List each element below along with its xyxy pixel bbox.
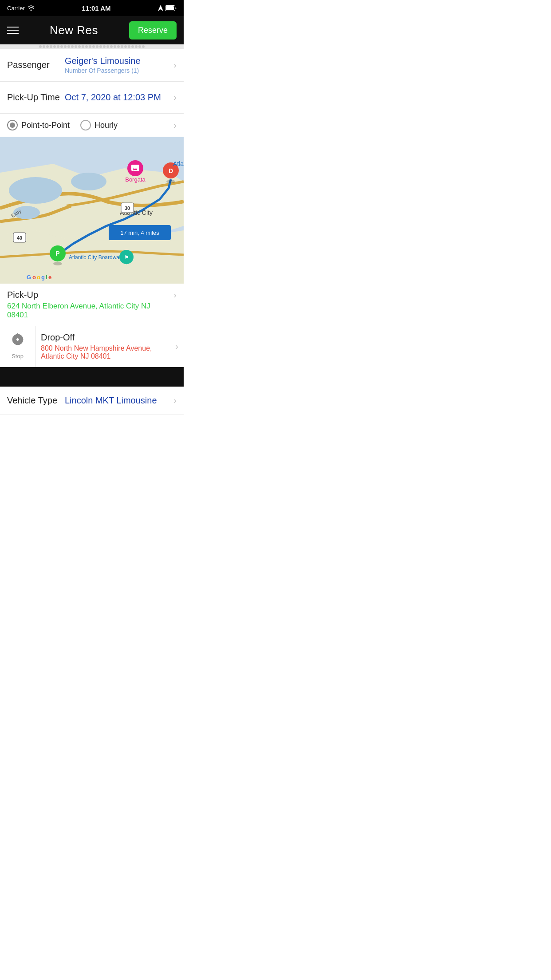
vehicle-type-chevron: › [173,395,177,406]
hourly-option[interactable]: Hourly [80,120,118,130]
dropoff-chevron: › [175,341,178,352]
status-bar-right [158,5,177,11]
passenger-content: Geiger's Limousine Number Of Passengers … [65,56,170,74]
trip-type-chevron: › [173,120,177,130]
reserve-button[interactable]: Reserve [129,21,177,40]
battery-icon [165,5,177,11]
passenger-name: Geiger's Limousine [65,56,170,66]
trip-type-row: Point-to-Point Hourly › [0,114,184,137]
pickup-section-label: Pick-Up [7,290,170,300]
svg-point-20 [166,180,175,183]
point-to-point-label: Point-to-Point [21,121,70,130]
page-title: New Res [50,24,98,37]
svg-text:17 min, 4 miles: 17 min, 4 miles [120,229,159,236]
pickup-time-value: Oct 7, 2020 at 12:03 PM [65,92,170,103]
svg-text:Atlar: Atlar [173,160,184,167]
dropoff-section: Stop Drop-Off 800 North New Hampshire Av… [0,326,184,367]
status-bar: Carrier 11:01 AM [0,0,184,16]
svg-text:G: G [27,274,31,281]
svg-rect-1 [166,6,174,10]
pickup-address-chevron: › [173,290,177,300]
svg-text:🛏: 🛏 [133,166,138,171]
svg-point-24 [53,262,62,265]
svg-point-5 [9,177,62,204]
passenger-count: Number Of Passengers (1) [65,67,170,74]
svg-text:o: o [32,274,36,281]
vehicle-type-row[interactable]: Vehicle Type Lincoln MKT Limousine › [0,387,184,415]
map-container[interactable]: 17 min, 4 miles Atlantic City Expy 40 30… [0,137,184,284]
hourly-label: Hourly [94,121,118,130]
vehicle-type-label: Vehicle Type [7,395,65,406]
dropoff-content[interactable]: Drop-Off 800 North New Hampshire Avenue,… [35,326,184,367]
nav-header: New Res Reserve [0,16,184,44]
stop-label-text: Stop [12,353,24,360]
hamburger-menu-button[interactable] [7,27,19,34]
dropoff-address-value: 800 North New Hampshire Avenue, Atlantic… [41,344,172,360]
svg-text:30: 30 [125,205,130,211]
pickup-address-row[interactable]: Pick-Up 624 North Elberon Avenue, Atlant… [0,284,184,326]
pickup-time-label: Pick-Up Time [7,92,65,103]
main-content: Passenger Geiger's Limousine Number Of P… [0,49,184,415]
location-icon [158,5,163,11]
pickup-address-content: Pick-Up 624 North Elberon Avenue, Atlant… [7,290,170,320]
svg-text:Atlantic City Boardwalk: Atlantic City Boardwalk [69,254,124,261]
point-to-point-radio[interactable] [7,120,18,130]
svg-text:o: o [37,274,40,281]
wifi-icon [28,5,35,11]
vehicle-type-content: Lincoln MKT Limousine [65,395,170,406]
passenger-row[interactable]: Passenger Geiger's Limousine Number Of P… [0,49,184,82]
bottom-bar [0,367,184,387]
map-svg: 17 min, 4 miles Atlantic City Expy 40 30… [0,137,184,284]
page-wrapper: Carrier 11:01 AM [0,0,184,415]
dropoff-row-inner: Drop-Off 800 North New Hampshire Avenue,… [41,332,178,360]
svg-text:l: l [46,274,47,281]
pickup-address-value: 624 North Elberon Avenue, Atlantic City … [7,302,170,320]
svg-point-6 [71,173,106,190]
scroll-indicator [0,44,184,49]
hamburger-line-2 [7,30,19,31]
carrier-label: Carrier [7,5,25,12]
status-bar-left: Carrier [7,5,35,12]
dropoff-address-block: Drop-Off 800 North New Hampshire Avenue,… [41,332,172,360]
stop-indicator: Stop [0,326,35,367]
svg-text:D: D [169,167,173,174]
vehicle-type-value: Lincoln MKT Limousine [65,395,170,406]
passenger-label: Passenger [7,60,65,70]
svg-text:P: P [55,250,59,257]
pickup-time-content: Oct 7, 2020 at 12:03 PM [65,92,170,103]
passenger-chevron: › [173,60,177,70]
svg-text:Borgata: Borgata [125,176,146,183]
svg-text:e: e [48,274,51,281]
svg-text:40: 40 [17,235,22,241]
svg-text:⚑: ⚑ [124,254,129,261]
point-to-point-option[interactable]: Point-to-Point [7,120,70,130]
pickup-time-row[interactable]: Pick-Up Time Oct 7, 2020 at 12:03 PM › [0,82,184,114]
stop-pin-icon [11,333,25,351]
svg-text:g: g [41,274,45,281]
hamburger-line-3 [7,33,19,34]
status-time: 11:01 AM [82,4,110,12]
dropoff-section-label: Drop-Off [41,332,172,343]
hamburger-line-1 [7,27,19,28]
pickup-time-chevron: › [173,92,177,103]
hourly-radio[interactable] [80,120,91,130]
